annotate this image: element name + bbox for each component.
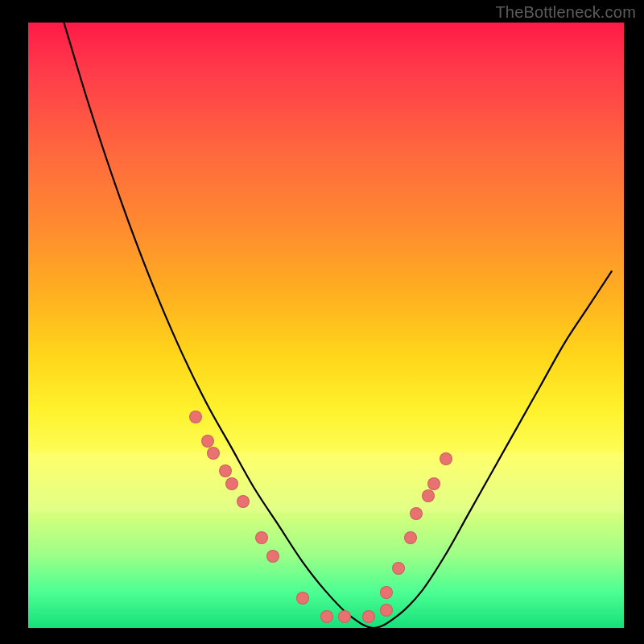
data-point [320, 610, 333, 623]
data-point [201, 435, 214, 448]
data-point [207, 447, 220, 460]
data-point [392, 562, 405, 575]
data-point [362, 610, 375, 623]
highlight-band [28, 452, 624, 513]
plot-area [28, 23, 624, 628]
curve-path [64, 23, 612, 628]
data-point [380, 586, 393, 599]
data-point [380, 604, 393, 617]
data-point [427, 477, 440, 490]
data-point [225, 477, 238, 490]
data-point [255, 531, 268, 544]
watermark-text: TheBottleneck.com [495, 3, 636, 22]
data-point [404, 531, 417, 544]
data-point [189, 411, 202, 423]
data-point [338, 610, 351, 623]
data-point [237, 495, 250, 508]
bottleneck-curve [28, 23, 624, 628]
data-point [422, 489, 435, 502]
chart-stage: TheBottleneck.com [0, 0, 644, 644]
data-point [266, 550, 279, 563]
data-point [440, 452, 452, 465]
data-point [219, 464, 232, 477]
data-point [296, 592, 309, 605]
data-point [410, 507, 423, 520]
